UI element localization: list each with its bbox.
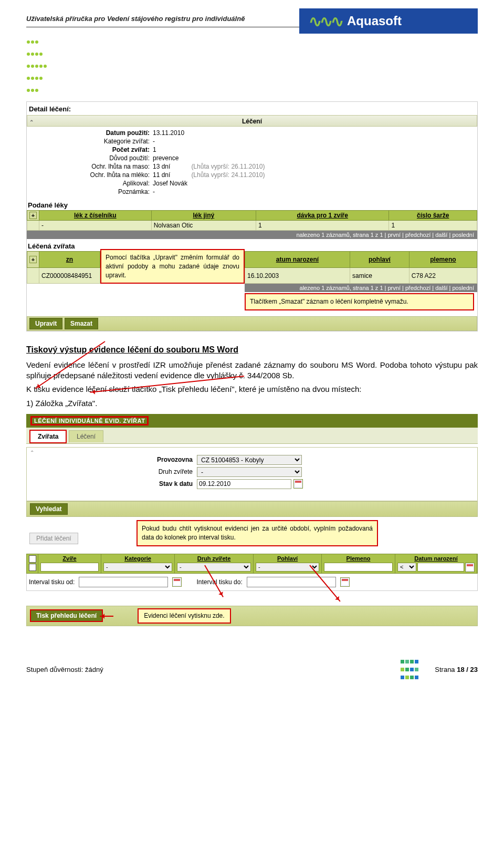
callout-edit: Pomocí tlačítka „Upravit" změním formulá… <box>100 249 245 284</box>
checkbox[interactable] <box>29 564 36 571</box>
input-interval-do[interactable] <box>247 577 336 587</box>
brand-name: Aquasoft <box>347 14 402 28</box>
label-interval-od: Interval tisku od: <box>29 578 75 586</box>
input-interval-od[interactable] <box>79 577 168 587</box>
select-provozovna[interactable]: CZ 51004853 - Kobyly <box>197 455 302 465</box>
panel-title-text: LÉČENÍ INDIVIDUÁLNĚ EVID. ZVÍŘAT <box>34 418 145 424</box>
col-druh[interactable]: Druh zvířete <box>177 555 251 562</box>
filter-zvire[interactable] <box>40 563 99 572</box>
decorative-dots <box>26 38 478 94</box>
edit-button[interactable]: Upravit <box>29 318 62 329</box>
calendar-icon[interactable] <box>340 577 350 587</box>
footer-page-num: 18 / 23 <box>457 666 478 673</box>
brand-wave-icon: ∿∿∿ <box>309 12 342 30</box>
collapse-icon[interactable]: ⌃ <box>29 117 34 128</box>
add-row-icon[interactable]: + <box>29 256 37 263</box>
doc-title: Uživatelská příručka pro Vedení stájovéh… <box>26 15 299 27</box>
hint-maso: (Lhůta vyprší: 26.11.2010) <box>191 163 265 170</box>
zv-sex: samice <box>350 267 409 284</box>
leky-col-3[interactable]: číslo šarže <box>389 211 477 221</box>
leky-heading: Podané léky <box>27 198 477 210</box>
v-datum: 13.11.2010 <box>153 129 477 137</box>
footer-dots <box>400 658 419 681</box>
filter-pohlavi[interactable]: - <box>256 563 319 572</box>
hint-mleko: (Lhůta vyprší: 24.11.2010) <box>191 171 265 179</box>
filter-druh[interactable]: - <box>177 563 251 572</box>
col-zvire[interactable]: Zvíře <box>40 555 99 562</box>
footer-left: Stupeň důvěrnosti: žádný <box>26 666 400 673</box>
delete-button[interactable]: Smazat <box>65 318 98 329</box>
v-kategorie: - <box>153 138 477 145</box>
filter-datop[interactable]: < <box>397 563 416 572</box>
arrow-icon <box>100 616 113 617</box>
k-mleko: Ochr. lhůta na mléko: <box>27 171 153 179</box>
highlight-box: LÉČENÍ INDIVIDUÁLNĚ EVID. ZVÍŘAT <box>30 416 149 426</box>
col-plemeno[interactable]: Plemeno <box>324 555 393 562</box>
k-aplikoval: Aplikoval: <box>27 180 153 187</box>
k-datum: Datum použití: <box>27 129 153 137</box>
brand-badge: ∿∿∿ Aquasoft <box>299 8 478 34</box>
calendar-icon[interactable] <box>293 479 303 489</box>
section-leceni: ⌃ Léčení <box>27 115 477 127</box>
table-row[interactable]: CZ000008484951 <box>27 267 100 284</box>
print-button[interactable]: Tisk přehledu léčení <box>30 609 103 622</box>
checkbox-all[interactable] <box>29 555 36 563</box>
zv-col-0[interactable]: zn <box>39 252 100 268</box>
table-row[interactable]: 16.10.2003 samice C78 A22 <box>245 267 477 284</box>
callout-delete: Tlačítkem „Smazat" záznam o léčení kompl… <box>245 293 474 310</box>
zv-col-1[interactable]: atum narození <box>245 252 350 268</box>
col-pohlavi[interactable]: Pohlaví <box>256 555 319 562</box>
filter-form: ⌃ Provozovna CZ 51004853 - Kobyly Druh z… <box>26 447 478 501</box>
zv-pager[interactable]: alezeno 1 záznamů, strana 1 z 1 | první … <box>245 284 477 292</box>
tab-leceni[interactable]: Léčení <box>69 430 103 442</box>
leky-col-1[interactable]: lék jiný <box>151 211 256 221</box>
calendar-icon[interactable] <box>465 563 475 572</box>
zvirata-heading: Léčená zvířata <box>27 239 477 251</box>
v-mleko: 11 dní <box>153 171 170 179</box>
col-kat[interactable]: Kategorie <box>103 555 172 562</box>
list-item: 1) Záložka „Zvířata". <box>26 398 478 409</box>
label-stav: Stav k datu <box>34 480 197 487</box>
filter-datnar[interactable] <box>417 563 464 572</box>
leky-cell: 1 <box>389 221 477 231</box>
calendar-icon[interactable] <box>172 577 182 587</box>
leky-pager[interactable]: nalezeno 1 záznamů, strana 1 z 1 | první… <box>27 231 477 239</box>
filter-plemeno[interactable] <box>324 563 393 572</box>
tab-zvirata[interactable]: Zvířata <box>29 430 67 443</box>
zv-col-3[interactable]: plemeno <box>409 252 477 268</box>
filter-kat[interactable]: - <box>103 563 172 572</box>
k-maso: Ochr. lhůta na maso: <box>27 163 153 170</box>
zv-id: CZ000008484951 <box>39 267 100 284</box>
section-heading: Tiskový výstup evidence léčení do soubor… <box>26 344 478 356</box>
leky-cell: - <box>39 221 152 231</box>
v-pocet: 1 <box>153 146 477 153</box>
k-pocet: Počet zvířat: <box>27 146 153 153</box>
table-row[interactable]: - Nolvasan Otic 1 1 <box>27 221 477 231</box>
search-button[interactable]: Vyhledat <box>30 503 68 515</box>
panel-title: LÉČENÍ INDIVIDUÁLNĚ EVID. ZVÍŘAT <box>26 414 478 428</box>
v-poznamka: - <box>153 188 477 195</box>
add-row-icon[interactable]: + <box>29 212 37 219</box>
input-stav[interactable] <box>197 479 291 489</box>
tab-row: Zvířata Léčení <box>26 428 478 444</box>
select-druh[interactable]: - <box>197 467 302 477</box>
add-treatment-button: Přidat léčení <box>29 533 78 544</box>
print-bar: Tisk přehledu léčení Evidenci léčení vyt… <box>26 606 478 626</box>
v-maso: 13 dní <box>153 163 170 170</box>
col-datnar[interactable]: Datum narození <box>397 555 475 562</box>
zv-date: 16.10.2003 <box>245 267 350 284</box>
k-duvod: Důvod použití: <box>27 154 153 162</box>
label-interval-do: Interval tisku do: <box>196 578 242 586</box>
label-druh: Druh zvířete <box>34 468 197 475</box>
collapse-icon[interactable]: ⌃ <box>30 450 34 455</box>
callout-print: Evidenci léčení vytisknu zde. <box>138 608 230 624</box>
leky-col-0[interactable]: lék z číselníku <box>39 211 152 221</box>
k-kategorie: Kategorie zvířat: <box>27 138 153 145</box>
leky-col-2[interactable]: dávka pro 1 zvíře <box>256 211 389 221</box>
section-title: Léčení <box>242 118 262 125</box>
v-duvod: prevence <box>153 154 477 162</box>
zvirata-table-right: atum narození pohlaví plemeno 16.10.2003… <box>245 251 477 284</box>
filter-header: Zvíře Kategorie- Druh zvířete- Pohlaví- … <box>26 554 478 574</box>
leky-table: + lék z číselníku lék jiný dávka pro 1 z… <box>27 210 477 231</box>
zv-col-2[interactable]: pohlaví <box>350 252 409 268</box>
